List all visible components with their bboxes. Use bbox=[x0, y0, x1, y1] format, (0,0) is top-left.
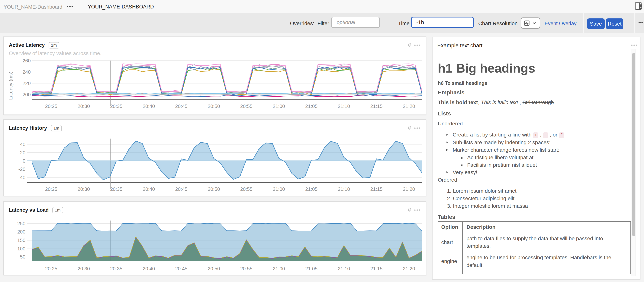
svg-text:250: 250 bbox=[17, 221, 26, 226]
svg-text:21:20: 21:20 bbox=[403, 103, 415, 109]
svg-text:20:55: 20:55 bbox=[240, 266, 252, 272]
svg-text:200: 200 bbox=[17, 229, 26, 235]
svg-text:21:00: 21:00 bbox=[273, 266, 285, 272]
svg-text:20:25: 20:25 bbox=[45, 103, 57, 109]
svg-text:-40: -40 bbox=[18, 175, 26, 180]
svg-text:21:10: 21:10 bbox=[338, 266, 350, 272]
svg-text:20:45: 20:45 bbox=[175, 266, 187, 272]
svg-text:21:20: 21:20 bbox=[403, 266, 415, 272]
svg-text:-20: -20 bbox=[18, 166, 26, 172]
svg-text:21:10: 21:10 bbox=[338, 186, 350, 192]
svg-text:220: 220 bbox=[22, 80, 31, 86]
svg-text:21:15: 21:15 bbox=[370, 266, 382, 272]
svg-text:21:00: 21:00 bbox=[273, 103, 285, 109]
svg-text:21:20: 21:20 bbox=[403, 186, 415, 192]
svg-text:20:25: 20:25 bbox=[45, 266, 57, 272]
svg-text:21:10: 21:10 bbox=[338, 103, 350, 109]
svg-text:20:35: 20:35 bbox=[110, 186, 122, 192]
svg-text:20:40: 20:40 bbox=[143, 186, 155, 192]
svg-text:240: 240 bbox=[22, 69, 31, 75]
svg-text:50: 50 bbox=[20, 254, 26, 260]
svg-text:20:50: 20:50 bbox=[208, 103, 220, 109]
svg-text:Latency (ms): Latency (ms) bbox=[8, 72, 14, 100]
svg-text:20:45: 20:45 bbox=[175, 103, 187, 109]
svg-text:20:50: 20:50 bbox=[208, 266, 220, 272]
svg-text:20:35: 20:35 bbox=[110, 266, 122, 272]
svg-text:20:30: 20:30 bbox=[78, 186, 90, 192]
svg-text:21:05: 21:05 bbox=[305, 186, 318, 192]
svg-text:20:50: 20:50 bbox=[208, 186, 220, 192]
svg-text:21:15: 21:15 bbox=[370, 186, 382, 192]
svg-text:21:05: 21:05 bbox=[305, 103, 318, 109]
svg-text:200: 200 bbox=[22, 92, 31, 97]
svg-text:40: 40 bbox=[20, 141, 26, 147]
svg-text:100: 100 bbox=[17, 246, 26, 252]
svg-text:20:55: 20:55 bbox=[240, 103, 252, 109]
svg-text:21:00: 21:00 bbox=[273, 186, 285, 192]
svg-text:20:45: 20:45 bbox=[175, 186, 187, 192]
svg-text:20:40: 20:40 bbox=[143, 103, 155, 109]
svg-text:20: 20 bbox=[20, 150, 26, 155]
svg-text:0: 0 bbox=[23, 158, 26, 164]
svg-text:150: 150 bbox=[17, 237, 26, 243]
svg-text:20:35: 20:35 bbox=[110, 103, 122, 109]
svg-text:20:30: 20:30 bbox=[78, 103, 90, 109]
svg-text:21:15: 21:15 bbox=[370, 103, 382, 109]
svg-text:20:55: 20:55 bbox=[240, 186, 252, 192]
svg-text:260: 260 bbox=[22, 58, 31, 64]
svg-text:20:30: 20:30 bbox=[78, 266, 90, 272]
svg-text:21:05: 21:05 bbox=[305, 266, 318, 272]
svg-text:20:25: 20:25 bbox=[45, 186, 58, 192]
svg-text:20:40: 20:40 bbox=[143, 266, 155, 272]
